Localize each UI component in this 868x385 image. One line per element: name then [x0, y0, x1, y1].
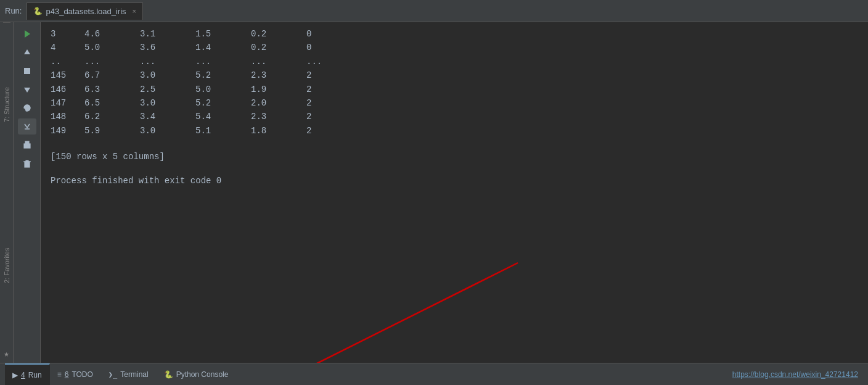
output-row-148: 148 6.2 3.4 5.4 2.3 2 — [51, 110, 858, 123]
svg-marker-0 — [25, 30, 30, 38]
terminal-tab-icon: ❯_ — [108, 370, 117, 379]
bottom-bar: ▶ 4 Run ≡ 6 TODO ❯_ Terminal 🐍 Python Co… — [0, 363, 868, 385]
output-row-145: 145 6.7 3.0 5.2 2.3 2 — [51, 68, 858, 82]
main-area: 7: Structure 2: Favorites ★ — [0, 22, 868, 363]
run-button[interactable] — [18, 26, 36, 42]
sidebar-favorites[interactable]: 2: Favorites — [3, 186, 10, 345]
output-area[interactable]: 3 4.6 3.1 1.5 0.2 0 4 5.0 3.6 1.4 0.2 0 … — [41, 22, 868, 363]
output-row-149: 149 5.9 3.0 5.1 1.8 2 — [51, 124, 858, 138]
output-row-3: 3 4.6 3.1 1.5 0.2 0 — [51, 27, 858, 41]
output-row-4: 4 5.0 3.6 1.4 0.2 0 — [51, 41, 858, 54]
svg-marker-1 — [24, 49, 30, 54]
scroll-bottom-button[interactable] — [18, 118, 36, 135]
status-url[interactable]: https://blog.csdn.net/weixin_42721412 — [732, 370, 863, 379]
svg-rect-7 — [25, 146, 29, 147]
sidebar-structure[interactable]: 7: Structure — [3, 22, 10, 184]
python-console-tab-icon: 🐍 — [164, 370, 173, 379]
python-console-tab-label: Python Console — [176, 370, 229, 379]
terminal-tab-label: Terminal — [120, 370, 148, 379]
toolbar — [14, 22, 41, 363]
output-summary: [150 rows x 5 columns] — [51, 150, 858, 164]
todo-tab-label: TODO — [72, 370, 92, 379]
todo-tab-number: 6 — [65, 370, 69, 379]
todo-tab-icon: ≡ — [57, 370, 62, 379]
bottom-tab-python-console[interactable]: 🐍 Python Console — [157, 363, 237, 385]
bottom-tab-terminal[interactable]: ❯_ Terminal — [101, 363, 157, 385]
svg-line-13 — [290, 263, 518, 363]
output-dots: .. ... ... ... ... ... — [51, 55, 858, 68]
svg-rect-8 — [25, 162, 30, 167]
run-tab-name: p43_datasets.load_iris — [46, 7, 126, 16]
bottom-tab-run[interactable]: ▶ 4 Run — [5, 363, 50, 385]
scroll-up-button[interactable] — [18, 44, 36, 60]
run-label: Run: — [5, 6, 22, 15]
print-button[interactable] — [18, 137, 36, 153]
favorites-star-icon: ★ — [4, 345, 9, 363]
output-row-147: 147 6.5 3.0 5.2 2.0 2 — [51, 96, 858, 110]
run-tab-number: 4 — [21, 371, 25, 379]
run-tab-icon: ▶ — [12, 371, 18, 379]
delete-button[interactable] — [18, 155, 36, 172]
left-outer-sidebar: 7: Structure 2: Favorites ★ — [0, 22, 14, 363]
rerun-button[interactable] — [18, 100, 36, 116]
run-tab-label: Run — [28, 371, 42, 379]
output-row-146: 146 6.3 2.5 5.0 1.9 2 — [51, 83, 858, 96]
python-icon: 🐍 — [33, 7, 42, 15]
run-tab-close[interactable]: × — [133, 7, 136, 15]
svg-marker-3 — [24, 88, 30, 93]
stop-button[interactable] — [18, 63, 36, 79]
bottom-tab-todo[interactable]: ≡ 6 TODO — [50, 363, 101, 385]
run-tab[interactable]: 🐍 p43_datasets.load_iris × — [27, 2, 143, 20]
scroll-down-button[interactable] — [18, 81, 36, 97]
svg-rect-2 — [24, 68, 30, 74]
run-bar: Run: 🐍 p43_datasets.load_iris × — [0, 0, 868, 22]
output-exit-code: Process finished with exit code 0 — [51, 174, 858, 188]
